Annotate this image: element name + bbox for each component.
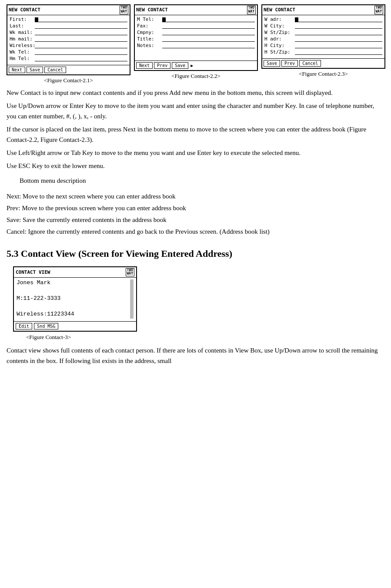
fig3-field-wstzip: W St/Zip: <box>264 30 382 35</box>
fig1-field-wkmail: Wk mail: <box>10 30 127 35</box>
fig1-field-hmmail: Hm mail: <box>10 36 127 42</box>
contact-view-header: CONTACT VIEW TWOWAY <box>14 267 136 278</box>
fig1-body: First: Last: Wk mail: Hm mail: Wireless: <box>7 15 130 64</box>
fig1-caption: <Figure Contact-2.1> <box>7 77 130 84</box>
fig2-save-button[interactable]: Save <box>172 62 188 69</box>
fig2-arrow: ▶ <box>190 63 193 68</box>
fig2-caption: <Figure Contact-2.2> <box>134 73 258 80</box>
contact-view-figure: CONTACT VIEW TWOWAY Jones Mark M:11-222-… <box>13 266 384 341</box>
figure-2-wrapper: NEW CONTACT TWOWAY M Tel: Fax: Cmpny: Ti… <box>134 4 258 80</box>
figures-row: NEW CONTACT TWOWAY First: Last: Wk mail:… <box>7 4 384 84</box>
para-4: Use Left/Right arrow or Tab Key to move … <box>7 148 384 158</box>
content-paragraphs: New Contact is to input new contact cont… <box>7 87 384 171</box>
figure-3-screen: NEW CONTACT TWOWAY W adr: W City: W St/Z… <box>261 4 385 69</box>
contact-line-mtel: M:11-222-3333 <box>17 295 130 302</box>
fig3-title: NEW CONTACT <box>264 7 295 13</box>
fig1-next-button[interactable]: Next <box>9 67 25 73</box>
fig1-field-first: First: <box>10 17 127 22</box>
fig2-prev-button[interactable]: Prev <box>154 62 170 69</box>
menu-item-next: Next: Move to the next screen where you … <box>7 191 384 202</box>
fig2-header: NEW CONTACT TWOWAY <box>135 5 257 15</box>
contact-view-para-1: Contact view shows full contents of each… <box>7 345 384 366</box>
fig3-prev-button[interactable]: Prev <box>281 60 298 67</box>
contact-line-wireless: Wireless:11223344 <box>17 311 130 317</box>
para-5: Use ESC Key to exit the lower menu. <box>7 161 384 171</box>
fig2-field-mtel: M Tel: <box>137 17 255 22</box>
figure-2-screen: NEW CONTACT TWOWAY M Tel: Fax: Cmpny: Ti… <box>134 4 258 71</box>
fig3-field-hadr: H adr: <box>264 36 382 42</box>
fig3-field-wadr: W adr: <box>264 17 382 22</box>
fig1-buttons: Next Save Cancel <box>7 65 130 74</box>
fig3-header: NEW CONTACT TWOWAY <box>262 5 384 15</box>
fig2-field-notes: Notes: <box>137 43 255 48</box>
para-2: Use Up/Down arrow or Enter Key to move t… <box>7 101 384 121</box>
scrollbar <box>130 279 134 319</box>
contact-line-name: Jones Mark <box>17 279 130 286</box>
bottom-menu-title: Bottom menu description <box>20 177 384 185</box>
fig1-cancel-button[interactable]: Cancel <box>44 67 66 73</box>
contact-view-footer: Edit Snd MSG <box>14 321 136 331</box>
fig1-field-last: Last: <box>10 23 127 29</box>
fig2-field-cmpny: Cmpny: <box>137 30 255 35</box>
fig3-buttons: Save Prev Cancel <box>262 58 384 68</box>
fig1-badge: TWOWAY <box>120 6 128 14</box>
contact-view-title: CONTACT VIEW <box>16 269 50 275</box>
contact-view-caption: <Figure Contact-3> <box>26 334 384 341</box>
fig3-cancel-button[interactable]: Cancel <box>299 60 321 67</box>
fig1-field-hmtel: Hm Tel: <box>10 56 127 61</box>
contact-view-body: Jones Mark M:11-222-3333 Wireless:112233… <box>14 278 136 321</box>
contact-edit-button[interactable]: Edit <box>16 323 32 329</box>
para-3: If the cursor is placed on the last item… <box>7 124 384 145</box>
fig3-save-button[interactable]: Save <box>264 60 280 67</box>
fig2-badge: TWOWAY <box>247 6 256 14</box>
section-53-container: 5.3 Contact View (Screen for Viewing Ent… <box>7 248 384 259</box>
contact-view-screen: CONTACT VIEW TWOWAY Jones Mark M:11-222-… <box>13 266 137 332</box>
bottom-menu-section: Bottom menu description <box>20 177 384 185</box>
figure-3-wrapper: NEW CONTACT TWOWAY W adr: W City: W St/Z… <box>261 4 385 77</box>
figure-1-screen: NEW CONTACT TWOWAY First: Last: Wk mail:… <box>7 4 130 75</box>
fig3-body: W adr: W City: W St/Zip: H adr: H City: <box>262 15 384 57</box>
fig2-next-button[interactable]: Next <box>136 62 153 69</box>
contact-view-badge: TWOWAY <box>126 268 134 277</box>
fig2-field-fax: Fax: <box>137 23 255 29</box>
figure-1-wrapper: NEW CONTACT TWOWAY First: Last: Wk mail:… <box>7 4 130 84</box>
fig2-title: NEW CONTACT <box>136 7 168 13</box>
contact-line-blank2 <box>17 303 130 309</box>
menu-item-cancel: Cancel: Ignore the currently entered con… <box>7 226 384 238</box>
fig2-body: M Tel: Fax: Cmpny: Title: Notes: <box>135 15 257 59</box>
fig2-buttons: Next Prev Save ▶ <box>135 60 257 70</box>
fig2-field-title: Title: <box>137 36 255 42</box>
para-1: New Contact is to input new contact cont… <box>7 87 384 98</box>
fig1-field-wireless: Wireless: <box>10 43 127 48</box>
fig3-field-hstzip: H St/Zip: <box>264 49 382 55</box>
menu-item-prev: Prev: Move to the previous screen where … <box>7 202 384 214</box>
fig3-field-hcity: H City: <box>264 43 382 48</box>
fig3-caption: <Figure Contact-2.3> <box>261 71 385 77</box>
fig1-save-button[interactable]: Save <box>27 67 43 73</box>
contact-line-blank1 <box>17 287 130 294</box>
contact-sndmsg-button[interactable]: Snd MSG <box>34 323 58 329</box>
fig1-header: NEW CONTACT TWOWAY <box>7 5 130 15</box>
fig1-field-wktel: Wk Tel: <box>10 49 127 55</box>
menu-item-save: Save: Save the currently entered content… <box>7 214 384 226</box>
section-53-heading: 5.3 Contact View (Screen for Viewing Ent… <box>7 248 384 259</box>
menu-items-section: Next: Move to the next screen where you … <box>7 191 384 238</box>
fig3-field-wcity: W City: <box>264 23 382 29</box>
fig1-title: NEW CONTACT <box>9 7 40 13</box>
fig3-badge: TWOWAY <box>374 6 383 14</box>
contact-view-text: Contact view shows full contents of each… <box>7 345 384 366</box>
